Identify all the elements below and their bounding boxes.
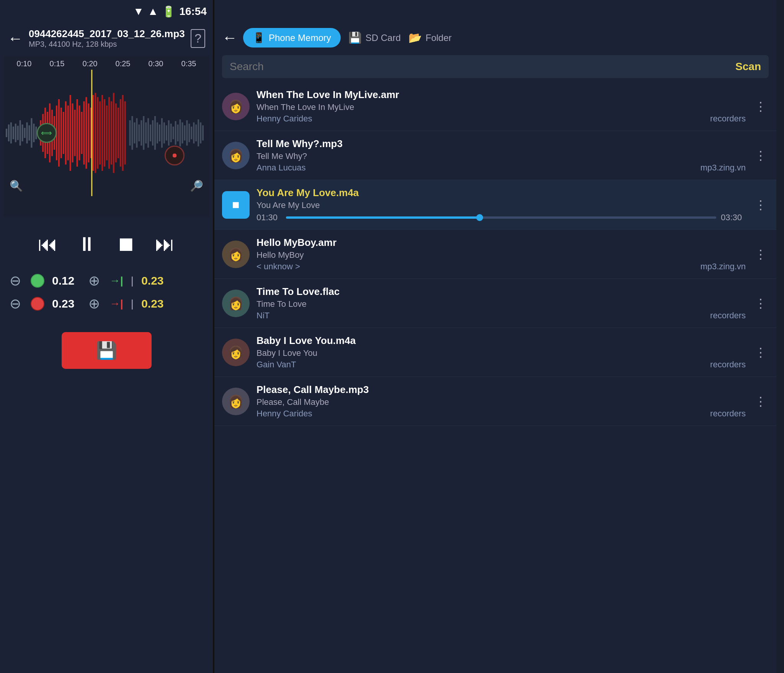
svg-rect-6 <box>20 120 21 146</box>
song-more-button[interactable]: ⋮ <box>753 146 769 165</box>
svg-rect-55 <box>136 118 137 148</box>
song-source: mp3.zing.vn <box>700 163 746 173</box>
timeline-mark: 0:35 <box>181 59 196 68</box>
song-avatar: 👩 <box>222 241 250 268</box>
rewind-button[interactable]: ⏮ <box>38 233 58 255</box>
song-info: Tell Me Why?.mp3 Tell Me Why? Anna Lucua… <box>256 138 746 173</box>
search-input[interactable] <box>230 61 732 73</box>
svg-rect-38 <box>95 93 96 173</box>
status-bar-left: ▼ ▲ 🔋 16:54 <box>0 0 214 23</box>
file-name: 0944262445_2017_03_12_26.mp3 <box>29 28 185 40</box>
song-avatar: 👩 <box>222 290 250 317</box>
timeline-mark: 0:20 <box>83 59 98 68</box>
song-item[interactable]: 👩 Time To Love.flac Time To Love NiT rec… <box>214 279 776 328</box>
svg-rect-50 <box>122 95 124 171</box>
svg-rect-68 <box>166 125 167 141</box>
svg-rect-9 <box>26 123 28 144</box>
song-item[interactable]: 👩 When The Love In MyLive.amr When The L… <box>214 82 776 131</box>
svg-rect-34 <box>85 97 87 169</box>
song-info: Please, Call Maybe.mp3 Please, Call Mayb… <box>256 384 746 419</box>
tab-sd-label: SD Card <box>366 33 401 43</box>
waveform-container[interactable]: 0:10 0:15 0:20 0:25 0:30 0:35 <box>4 56 209 217</box>
song-more-button[interactable]: ⋮ <box>753 245 769 264</box>
song-item[interactable]: 👩 Baby I Love You.m4a Baby I Love You Ga… <box>214 328 776 377</box>
timeline: 0:10 0:15 0:20 0:25 0:30 0:35 <box>4 56 209 70</box>
song-artist: NiT <box>256 311 270 321</box>
svg-rect-73 <box>177 124 179 141</box>
scan-button[interactable]: Scan <box>735 61 761 73</box>
svg-rect-32 <box>81 112 82 154</box>
progress-bar[interactable] <box>286 216 716 219</box>
red-trim-handle[interactable]: ⏺ <box>165 146 185 165</box>
svg-rect-69 <box>168 120 170 146</box>
green-arrows-icon: ⟺ <box>41 128 52 138</box>
progress-total-time: 03:30 <box>721 213 746 223</box>
svg-rect-44 <box>108 97 110 169</box>
trim1-arrow: →| <box>109 275 123 287</box>
song-title: Time To Love.flac <box>256 286 746 298</box>
song-more-button[interactable]: ⋮ <box>753 97 769 116</box>
file-info: 0944262445_2017_03_12_26.mp3 MP3, 44100 … <box>29 28 185 49</box>
time-left: 16:54 <box>179 5 207 18</box>
svg-rect-60 <box>147 118 149 148</box>
trim1-minus-button[interactable]: ⊖ <box>8 273 23 289</box>
stop-icon: ■ <box>232 198 239 212</box>
stop-button[interactable]: ⏹ <box>116 233 136 255</box>
back-button[interactable]: ← <box>8 30 23 47</box>
trim1-plus-button[interactable]: ⊕ <box>87 273 102 289</box>
tab-phone-memory[interactable]: 📱 Phone Memory <box>243 28 341 47</box>
song-info: When The Love In MyLive.amr When The Lov… <box>256 89 746 124</box>
trim2-plus-button[interactable]: ⊕ <box>87 296 102 312</box>
song-more-button[interactable]: ⋮ <box>753 196 769 214</box>
trim2-minus-button[interactable]: ⊖ <box>8 296 23 312</box>
svg-rect-24 <box>63 112 64 154</box>
network-icon: ▲ <box>148 5 158 18</box>
svg-rect-22 <box>58 99 60 167</box>
song-info: Baby I Love You.m4a Baby I Love You Gain… <box>256 335 746 370</box>
zoom-in-button[interactable]: 🔎 <box>190 180 203 192</box>
trim-row-1: ⊖ 0.12 ⊕ →| | 0.23 <box>8 273 205 289</box>
right-back-button[interactable]: ← <box>222 29 237 46</box>
svg-rect-61 <box>150 124 151 141</box>
song-item[interactable]: 👩 Hello MyBoy.amr Hello MyBoy < unknow >… <box>214 230 776 279</box>
svg-rect-51 <box>124 102 126 165</box>
svg-rect-58 <box>143 116 144 150</box>
save-button[interactable]: 💾 <box>62 332 152 369</box>
song-more-button[interactable]: ⋮ <box>753 343 769 362</box>
song-source: recorders <box>710 311 746 321</box>
song-artist: Henny Carides <box>256 409 312 419</box>
playback-controls: ⏮ ⏸ ⏹ ⏭ <box>0 221 213 267</box>
song-meta-row: Henny Carides recorders <box>256 409 746 419</box>
svg-rect-47 <box>115 103 117 162</box>
svg-rect-56 <box>138 124 140 141</box>
song-avatar: 👩 <box>222 339 250 366</box>
right-panel: ▼ ▲ 🔋 16:54 ← 📱 Phone Memory 💾 SD Card 📂… <box>214 0 776 673</box>
svg-rect-41 <box>101 95 103 171</box>
fast-forward-button[interactable]: ⏭ <box>155 233 175 255</box>
tab-folder[interactable]: 📂 Folder <box>408 31 452 44</box>
waveform-canvas: ⟺ ⏺ 🔍 🔎 <box>4 70 209 196</box>
pause-button[interactable]: ⏸ <box>77 233 97 255</box>
zoom-out-button[interactable]: 🔍 <box>10 180 23 192</box>
song-item-active[interactable]: ■ You Are My Love.m4a You Are My Love 01… <box>214 180 776 230</box>
svg-rect-54 <box>134 123 135 144</box>
song-more-button[interactable]: ⋮ <box>753 392 769 411</box>
song-title: Tell Me Why?.mp3 <box>256 138 746 150</box>
song-stop-button[interactable]: ■ <box>222 191 250 219</box>
svg-rect-80 <box>193 123 194 144</box>
song-item[interactable]: 👩 Please, Call Maybe.mp3 Please, Call Ma… <box>214 377 776 426</box>
folder-icon: 📂 <box>408 31 422 44</box>
song-more-button[interactable]: ⋮ <box>753 294 769 313</box>
song-info: You Are My Love.m4a You Are My Love 01:3… <box>256 187 746 223</box>
song-item[interactable]: 👩 Tell Me Why?.mp3 Tell Me Why? Anna Luc… <box>214 131 776 180</box>
tab-sd-card[interactable]: 💾 SD Card <box>348 31 401 44</box>
svg-rect-81 <box>195 124 197 141</box>
trim1-green-dot <box>31 274 44 288</box>
tab-phone-label: Phone Memory <box>269 33 331 43</box>
green-trim-handle[interactable]: ⟺ <box>37 123 57 143</box>
trim2-bar: | <box>131 298 134 310</box>
svg-rect-30 <box>77 99 78 167</box>
help-button[interactable]: ? <box>191 29 205 48</box>
song-info: Time To Love.flac Time To Love NiT recor… <box>256 286 746 321</box>
song-source: recorders <box>710 114 746 124</box>
